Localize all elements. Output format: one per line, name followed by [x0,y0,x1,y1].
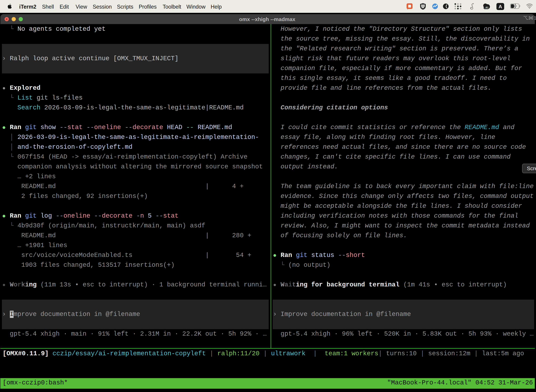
svg-text:A: A [498,4,502,9]
svg-text:..61: ..61 [484,6,488,9]
svg-text:1: 1 [534,16,536,20]
